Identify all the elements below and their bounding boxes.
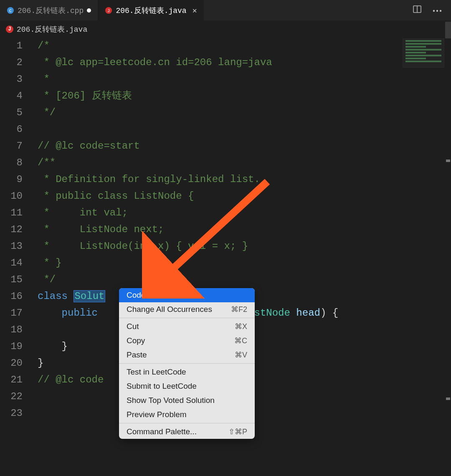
context-menu-label: Codelf <box>127 291 149 300</box>
tab-label: 206.反转链表.java <box>116 5 186 15</box>
tab-cpp[interactable]: C 206.反转链表.cpp <box>0 0 98 20</box>
context-menu-label: Paste <box>127 350 147 360</box>
svg-point-7 <box>436 10 438 11</box>
code-line[interactable]: */ <box>38 271 451 288</box>
context-menu-item[interactable]: Command Palette...⇧⌘P <box>119 425 255 439</box>
code-line[interactable] <box>38 121 451 138</box>
line-number: 8 <box>0 154 23 171</box>
code-line[interactable]: /** <box>38 154 451 171</box>
svg-point-8 <box>440 10 441 11</box>
code-line[interactable]: * public class ListNode { <box>38 188 451 205</box>
code-line[interactable]: // @lc code=start <box>38 138 451 154</box>
code-line[interactable]: * ListNode next; <box>38 221 451 238</box>
line-number: 1 <box>0 38 23 54</box>
line-number: 22 <box>0 388 23 405</box>
line-number: 21 <box>0 372 23 388</box>
context-menu-item[interactable]: Codelf <box>119 288 255 302</box>
code-line[interactable]: * ListNode(int x) { val = x; } <box>38 238 451 255</box>
line-number: 20 <box>0 355 23 372</box>
error-status-icon: J <box>6 25 13 33</box>
context-menu-shortcut: ⌘V <box>235 350 247 360</box>
line-number: 18 <box>0 322 23 338</box>
code-line[interactable]: * <box>38 71 451 88</box>
svg-text:J: J <box>107 9 110 13</box>
line-number: 5 <box>0 104 23 121</box>
code-line[interactable]: * } <box>38 255 451 271</box>
minimap[interactable] <box>403 38 444 68</box>
line-number: 12 <box>0 221 23 238</box>
line-number: 10 <box>0 188 23 205</box>
line-number: 14 <box>0 255 23 271</box>
modified-indicator-icon <box>87 8 91 13</box>
context-menu-item[interactable]: Change All Occurrences⌘F2 <box>119 302 255 316</box>
context-menu-item[interactable]: Cut⌘X <box>119 319 255 334</box>
vertical-scrollbar[interactable] <box>445 22 451 476</box>
code-line[interactable]: */ <box>38 104 451 121</box>
line-number: 7 <box>0 138 23 154</box>
context-menu-label: Submit to LeetCode <box>127 382 197 391</box>
context-menu-separator <box>119 423 255 423</box>
line-number: 17 <box>0 305 23 322</box>
context-menu-item[interactable]: Preview Problem <box>119 408 255 422</box>
scrollbar-thumb[interactable] <box>445 22 451 38</box>
code-line[interactable]: * Definition for singly-linked list. <box>38 171 451 188</box>
line-number: 23 <box>0 405 23 422</box>
code-line[interactable]: * [206] 反转链表 <box>38 88 451 104</box>
context-menu-shortcut: ⌘X <box>235 322 247 331</box>
context-menu-label: Cut <box>127 322 139 331</box>
overview-ruler-marker <box>446 160 450 162</box>
context-menu-item[interactable]: Test in LeetCode <box>119 365 255 379</box>
breadcrumb-file: 206.反转链表.java <box>17 24 87 34</box>
context-menu-label: Show Top Voted Solution <box>127 396 215 405</box>
split-editor-icon[interactable] <box>413 5 422 16</box>
line-number: 9 <box>0 171 23 188</box>
line-number: 16 <box>0 288 23 305</box>
line-number: 15 <box>0 271 23 288</box>
context-menu-shortcut: ⌘F2 <box>231 305 247 314</box>
context-menu-label: Test in LeetCode <box>127 367 186 377</box>
tab-java[interactable]: J 206.反转链表.java ✕ <box>98 0 204 20</box>
context-menu-item[interactable]: Copy⌘C <box>119 334 255 348</box>
more-actions-icon[interactable] <box>433 7 442 14</box>
context-menu-separator <box>119 318 255 318</box>
line-number-gutter: 1234567891011121314151617181920212223 <box>0 38 38 422</box>
line-number: 6 <box>0 121 23 138</box>
context-menu-item[interactable]: Show Top Voted Solution <box>119 393 255 408</box>
context-menu-shortcut: ⇧⌘P <box>228 427 247 436</box>
line-number: 19 <box>0 338 23 355</box>
context-menu-item[interactable]: Paste⌘V <box>119 348 255 362</box>
context-menu-shortcut: ⌘C <box>234 336 247 345</box>
cpp-file-icon: C <box>7 7 14 14</box>
context-menu-label: Preview Problem <box>127 410 187 419</box>
context-menu-label: Change All Occurrences <box>127 305 212 314</box>
svg-text:C: C <box>9 9 12 13</box>
java-file-icon: J <box>105 7 112 14</box>
svg-point-6 <box>433 10 435 11</box>
context-menu-label: Copy <box>127 336 145 345</box>
line-number: 4 <box>0 88 23 104</box>
overview-ruler-marker <box>446 398 450 400</box>
tab-label: 206.反转链表.cpp <box>18 5 84 15</box>
line-number: 2 <box>0 54 23 71</box>
line-number: 13 <box>0 238 23 255</box>
context-menu: CodelfChange All Occurrences⌘F2Cut⌘XCopy… <box>119 288 255 439</box>
close-tab-icon[interactable]: ✕ <box>193 6 197 15</box>
line-number: 11 <box>0 205 23 221</box>
context-menu-separator <box>119 363 255 364</box>
line-number: 3 <box>0 71 23 88</box>
editor-actions <box>403 0 451 20</box>
editor-tab-bar: C 206.反转链表.cpp J 206.反转链表.java ✕ <box>0 0 451 21</box>
code-line[interactable]: * int val; <box>38 205 451 221</box>
code-line[interactable]: /* <box>38 38 451 54</box>
context-menu-item[interactable]: Submit to LeetCode <box>119 379 255 393</box>
context-menu-label: Command Palette... <box>127 427 197 436</box>
breadcrumb[interactable]: J 206.反转链表.java <box>0 21 451 38</box>
code-line[interactable]: * @lc app=leetcode.cn id=206 lang=java <box>38 54 451 71</box>
